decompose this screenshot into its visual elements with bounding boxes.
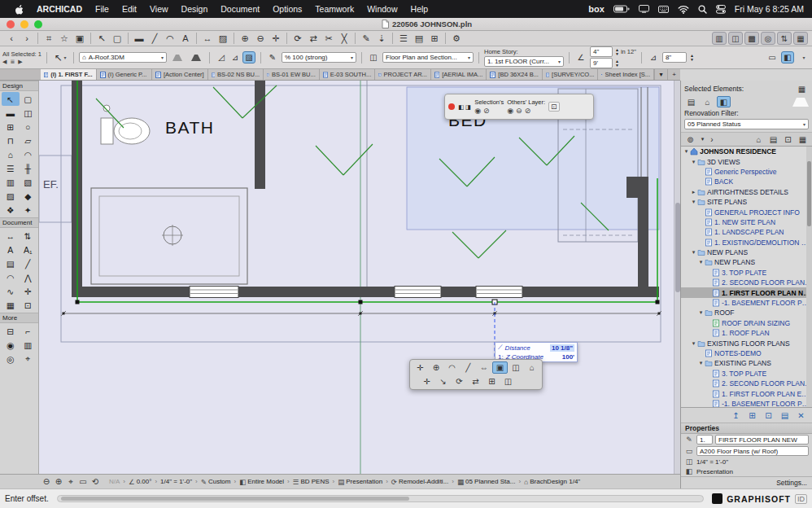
zoom-out-icon[interactable]: ⊖ bbox=[41, 476, 52, 488]
railing-tool[interactable]: ╫ bbox=[20, 161, 37, 175]
tree-item-existing-plans[interactable]: ▾EXISTING PLANS bbox=[681, 358, 812, 368]
pick-up-parameters-icon[interactable]: ✎ bbox=[359, 32, 373, 45]
trim-icon[interactable]: ✂ bbox=[321, 32, 336, 45]
marquee-icon[interactable]: ▢ bbox=[110, 32, 124, 45]
rotate-icon[interactable]: ⟳ bbox=[290, 32, 305, 45]
drawing-canvas[interactable]: BATH BED EF. ◧◨ Selection's ◉⊘ Others' L… bbox=[39, 81, 680, 474]
organizer-icon[interactable]: ▥ bbox=[712, 32, 727, 45]
spline-tool[interactable]: ∿ bbox=[2, 284, 20, 298]
menu-document[interactable]: Document bbox=[214, 4, 266, 14]
menu-design[interactable]: Design bbox=[175, 4, 215, 14]
display-icon[interactable] bbox=[639, 5, 649, 13]
base-height-field[interactable]: 9' bbox=[590, 58, 613, 68]
pen-icon[interactable]: ✎ bbox=[266, 51, 279, 64]
tab-bd-36x24-b[interactable]: [BD 36X24 B... bbox=[487, 69, 543, 80]
polyline-tool[interactable]: ⋀ bbox=[20, 270, 37, 284]
others-eye-3-icon[interactable]: ⊘ bbox=[525, 107, 531, 115]
element-filter-1-button[interactable]: ▤ bbox=[684, 96, 698, 107]
selection-list-icon[interactable]: ≣ bbox=[10, 59, 15, 65]
tree-expand-arrow[interactable]: ▾ bbox=[683, 148, 690, 155]
elevation-tool[interactable]: ⌐ bbox=[20, 324, 37, 338]
popup-link-button[interactable]: ⊡ bbox=[548, 102, 560, 112]
layout-field[interactable]: A200 Floor Plans (w/ Roof) bbox=[696, 446, 809, 456]
tab-action-center[interactable]: [Action Center] bbox=[152, 69, 208, 80]
renovation-filter-select[interactable]: 05 Planned Status ▾ bbox=[684, 119, 809, 129]
tab-bs-01-ew-bu[interactable]: BS-01 EW BU... bbox=[264, 69, 320, 80]
tree-item-existing-floor-plans[interactable]: ▾EXISTING FLOOR PLANS bbox=[681, 338, 812, 348]
search-icon[interactable] bbox=[698, 5, 707, 14]
level-dimension-tool[interactable]: ⇅ bbox=[20, 229, 37, 243]
pet-straighten-edge-icon[interactable]: ╱ bbox=[461, 361, 476, 374]
display-mode-icon[interactable]: ◫ bbox=[367, 51, 380, 64]
info-box-overflow-button[interactable]: ▾ bbox=[797, 51, 810, 64]
tree-item-new-plans[interactable]: ▾NEW PLANS bbox=[681, 257, 812, 267]
favorites-icon[interactable]: ☆ bbox=[57, 32, 72, 45]
zoom-in-icon[interactable]: ⊕ bbox=[53, 476, 64, 488]
tree-item-2-second-floor-plan-existing[interactable]: 2. SECOND FLOOR PLAN EXISTING/ bbox=[681, 379, 812, 388]
arc-icon[interactable]: ◠ bbox=[163, 32, 177, 45]
menu-window[interactable]: Window bbox=[360, 4, 404, 14]
tab-e-03-south[interactable]: E-03 SOUTH... bbox=[320, 69, 376, 80]
tree-item-new-plans[interactable]: ▾NEW PLANS bbox=[681, 247, 812, 257]
tree-expand-arrow[interactable]: ▸ bbox=[690, 189, 697, 195]
tree-item-back[interactable]: BACK bbox=[681, 177, 812, 186]
control-center-icon[interactable] bbox=[716, 5, 726, 14]
morph-tool[interactable]: ◆ bbox=[20, 189, 37, 203]
quick-option-remodel-additi[interactable]: ⟳Remodel-Additi... bbox=[390, 478, 450, 486]
drawing-tool[interactable]: ⊡ bbox=[20, 298, 37, 312]
quick-option-1-4-1-0[interactable]: 1/4" = 1'-0" bbox=[159, 478, 194, 485]
project-chooser-icon[interactable]: ⊚ bbox=[683, 134, 697, 145]
panel-corner-icon[interactable]: ▦ bbox=[795, 83, 809, 94]
home-story-combo[interactable]: 1. 1st FLOOR (Curr...▾ bbox=[484, 56, 564, 67]
inject-parameters-icon[interactable]: ⇣ bbox=[374, 32, 389, 45]
tree-item-general-project-info[interactable]: GENERAL PROJECT INFO bbox=[681, 207, 812, 217]
pet-custom-edge-settings-icon[interactable]: ⌂ bbox=[524, 361, 539, 374]
quick-option-presentation[interactable]: ▤Presentation bbox=[336, 478, 384, 486]
quick-option-0-00[interactable]: ∠0.00° bbox=[127, 478, 153, 486]
arrow-icon[interactable]: ↖ bbox=[94, 32, 109, 45]
wifi-icon[interactable] bbox=[678, 5, 689, 14]
options-icon[interactable]: ⚙ bbox=[449, 32, 464, 45]
dimension-icon[interactable]: ↔ bbox=[200, 32, 215, 45]
menu-teamwork[interactable]: Teamwork bbox=[308, 4, 360, 14]
grid-snap-icon[interactable]: ⌗ bbox=[41, 32, 56, 45]
save-icon[interactable]: ▣ bbox=[72, 32, 87, 45]
tree-item-1-first-floor-plan-existing-de[interactable]: 1. FIRST FLOOR PLAN EXISTING/DE bbox=[681, 388, 812, 398]
keyboard-icon[interactable] bbox=[658, 6, 669, 13]
element-filter-3-button[interactable]: ◧ bbox=[717, 96, 731, 107]
nav-map-2-button[interactable]: ▤ bbox=[766, 134, 780, 145]
tab-aerial-ima[interactable]: [AERIAL IMA... bbox=[431, 69, 487, 80]
tree-item-airtightness-details[interactable]: ▸AIRTIGHTNESS DETAILS bbox=[681, 187, 812, 197]
pet-insert-node-icon[interactable]: ⊕ bbox=[429, 361, 444, 374]
edit-name-icon[interactable]: ✎ bbox=[684, 436, 694, 444]
go-back-icon[interactable]: ‹ bbox=[4, 32, 19, 45]
arrow-tool[interactable]: ↖ bbox=[2, 92, 20, 106]
text-tool[interactable]: A bbox=[2, 243, 20, 256]
layers-icon[interactable]: ☰ bbox=[396, 32, 411, 45]
slope-option-2-button[interactable]: ⊿ bbox=[229, 51, 242, 64]
roof-pivot-solid-button[interactable] bbox=[188, 50, 204, 66]
teamwork-sync-icon[interactable]: ⇅ bbox=[777, 32, 792, 45]
selection-eye-1-icon[interactable]: ◉ bbox=[474, 107, 481, 115]
object-tool[interactable]: ❖ bbox=[2, 203, 20, 217]
floor-plan-drawing[interactable] bbox=[39, 81, 680, 474]
pan-icon[interactable]: ✛ bbox=[268, 32, 283, 45]
fit-in-window-icon[interactable]: ⌖ bbox=[65, 476, 76, 488]
info-box-panel-button[interactable]: ▭ bbox=[766, 51, 779, 64]
line-icon[interactable]: ╱ bbox=[147, 32, 162, 45]
pet-add-to-polygon-icon[interactable]: ◫ bbox=[509, 361, 524, 374]
nav-map-4-button[interactable]: ▦ bbox=[796, 134, 810, 145]
stories-icon[interactable]: ▤ bbox=[412, 32, 426, 45]
menu-bar-clock[interactable]: Fri May 6 8:25 AM bbox=[735, 4, 804, 14]
menu-options[interactable]: Options bbox=[266, 4, 308, 14]
zone-tool[interactable]: ▧ bbox=[20, 175, 37, 189]
tree-item-3d-views[interactable]: ▾3D VIEWS bbox=[681, 156, 812, 166]
tree-item-1-roof-plan[interactable]: 1. ROOF PLAN bbox=[681, 328, 812, 338]
window-tool[interactable]: ⊞ bbox=[2, 120, 20, 134]
pet-move-node-icon[interactable]: ✛ bbox=[413, 361, 428, 374]
previous-zoom-icon[interactable]: ⟲ bbox=[89, 476, 101, 488]
shell-tool[interactable]: ◠ bbox=[20, 147, 37, 161]
roof-tool[interactable]: ⌂ bbox=[2, 147, 20, 161]
line-tool[interactable]: ╱ bbox=[20, 256, 37, 270]
hotspot-tool[interactable]: ✛ bbox=[20, 284, 37, 298]
